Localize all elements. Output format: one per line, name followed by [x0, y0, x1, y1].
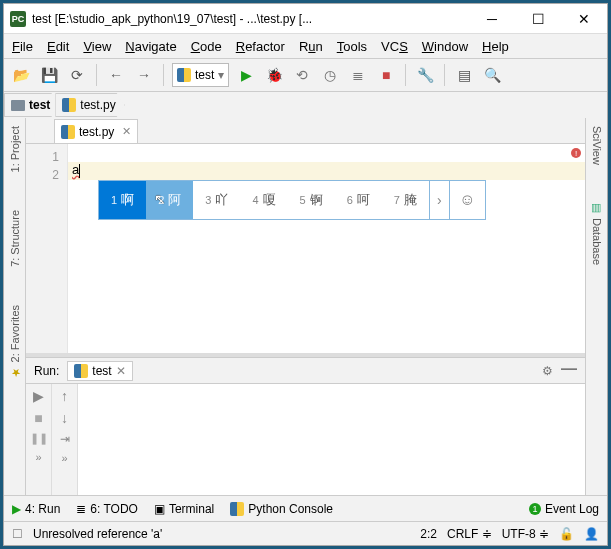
- python-icon: [230, 502, 244, 516]
- save-icon[interactable]: 💾: [38, 64, 60, 86]
- menu-refactor[interactable]: Refactor: [236, 39, 285, 54]
- error-indicator-icon[interactable]: !: [571, 148, 581, 158]
- maximize-button[interactable]: ☐: [515, 4, 561, 34]
- window-title: test [E:\studio_apk_python\19_07\test] -…: [32, 12, 469, 26]
- python-icon: [62, 98, 76, 112]
- menu-code[interactable]: Code: [191, 39, 222, 54]
- editor-tab-label: test.py: [79, 125, 114, 139]
- python-icon: [74, 364, 88, 378]
- menu-help[interactable]: Help: [482, 39, 509, 54]
- run-config-combo[interactable]: test ▾: [172, 63, 229, 87]
- folder-icon: [11, 100, 25, 111]
- ime-candidate-bar[interactable]: 1啊 ↖2阿 3吖 4嗄 5锕 6呵 7腌 › ☺: [98, 180, 486, 220]
- more-icon[interactable]: »: [35, 451, 41, 463]
- menu-tools[interactable]: Tools: [337, 39, 367, 54]
- sidebar-tab-structure[interactable]: 7: Structure: [7, 202, 23, 275]
- stop-icon[interactable]: ■: [375, 64, 397, 86]
- forward-icon[interactable]: →: [133, 64, 155, 86]
- ime-candidate[interactable]: 7腌: [382, 181, 429, 219]
- bottom-tab-todo[interactable]: ≣6: TODO: [76, 502, 138, 516]
- bottom-tab-pyconsole[interactable]: Python Console: [230, 502, 333, 516]
- run-panel-title: Run:: [34, 364, 59, 378]
- menu-vcs[interactable]: VCS: [381, 39, 408, 54]
- gear-icon[interactable]: ⚙: [542, 364, 553, 378]
- profile-icon[interactable]: ◷: [319, 64, 341, 86]
- run-config-label: test: [195, 68, 214, 82]
- hide-panel-icon[interactable]: —: [561, 360, 577, 382]
- breadcrumb-folder[interactable]: test: [4, 93, 59, 117]
- bottom-tab-terminal[interactable]: ▣Terminal: [154, 502, 214, 516]
- code-editor[interactable]: a ! 1啊 ↖2阿 3吖 4嗄 5锕 6呵 7腌 › ☺: [68, 144, 585, 353]
- code-text: a: [72, 162, 79, 177]
- rerun-icon[interactable]: ▶: [33, 388, 44, 404]
- close-icon[interactable]: ✕: [116, 364, 126, 378]
- ime-emoji-icon[interactable]: ☺: [449, 181, 485, 219]
- open-icon[interactable]: 📂: [10, 64, 32, 86]
- chevron-down-icon: ▾: [218, 68, 224, 82]
- caret-position[interactable]: 2:2: [420, 527, 437, 541]
- sidebar-tab-favorites[interactable]: ★2: Favorites: [6, 297, 23, 387]
- close-tab-icon[interactable]: ✕: [122, 125, 131, 138]
- breadcrumb-label: test: [29, 98, 50, 112]
- app-icon: PC: [10, 11, 26, 27]
- ime-next-icon[interactable]: ›: [429, 181, 449, 219]
- python-icon: [177, 68, 191, 82]
- sidebar-tab-sciview[interactable]: SciView: [589, 118, 605, 173]
- python-icon: [61, 125, 75, 139]
- settings-icon[interactable]: 🔧: [414, 64, 436, 86]
- search-icon[interactable]: 🔍: [481, 64, 503, 86]
- status-message: Unresolved reference 'a': [33, 527, 410, 541]
- back-icon[interactable]: ←: [105, 64, 127, 86]
- ime-candidate[interactable]: 1啊: [99, 181, 146, 219]
- minimize-button[interactable]: ─: [469, 4, 515, 34]
- bottom-tab-run[interactable]: ▶4: Run: [12, 502, 60, 516]
- sidebar-tab-project[interactable]: 1: Project: [7, 118, 23, 180]
- encoding[interactable]: UTF-8 ≑: [502, 527, 549, 541]
- coverage-icon[interactable]: ⟲: [291, 64, 313, 86]
- stop-icon[interactable]: ■: [34, 410, 42, 426]
- breadcrumb-label: test.py: [80, 98, 115, 112]
- menu-navigate[interactable]: Navigate: [125, 39, 176, 54]
- menu-window[interactable]: Window: [422, 39, 468, 54]
- debug-icon[interactable]: 🐞: [263, 64, 285, 86]
- status-icon[interactable]: ☐: [12, 527, 23, 541]
- ime-candidate[interactable]: 4嗄: [240, 181, 287, 219]
- structure-icon[interactable]: ▤: [453, 64, 475, 86]
- line-gutter: 1 2: [26, 144, 68, 353]
- bottom-tab-eventlog[interactable]: 1Event Log: [529, 502, 599, 516]
- breadcrumb-file[interactable]: test.py: [55, 93, 124, 117]
- ime-candidate[interactable]: 3吖: [193, 181, 240, 219]
- run-panel-tab[interactable]: test ✕: [67, 361, 132, 381]
- wrap-icon[interactable]: ⇥: [60, 432, 70, 446]
- lock-icon[interactable]: 🔓: [559, 527, 574, 541]
- line-separator[interactable]: CRLF ≑: [447, 527, 492, 541]
- menu-file[interactable]: File: [12, 39, 33, 54]
- ime-candidate[interactable]: ↖2阿: [146, 181, 193, 219]
- concurrency-icon[interactable]: ≣: [347, 64, 369, 86]
- run-output[interactable]: [78, 384, 585, 495]
- ime-candidate[interactable]: 5锕: [288, 181, 335, 219]
- pause-icon[interactable]: ❚❚: [30, 432, 48, 445]
- menu-bar: File Edit View Navigate Code Refactor Ru…: [4, 34, 607, 58]
- more-icon[interactable]: »: [61, 452, 67, 464]
- inspector-icon[interactable]: 👤: [584, 527, 599, 541]
- sync-icon[interactable]: ⟳: [66, 64, 88, 86]
- close-button[interactable]: ✕: [561, 4, 607, 34]
- up-icon[interactable]: ↑: [61, 388, 68, 404]
- menu-edit[interactable]: Edit: [47, 39, 69, 54]
- menu-view[interactable]: View: [83, 39, 111, 54]
- run-icon[interactable]: ▶: [235, 64, 257, 86]
- down-icon[interactable]: ↓: [61, 410, 68, 426]
- sidebar-tab-database[interactable]: ▥Database: [588, 193, 605, 273]
- editor-tab[interactable]: test.py ✕: [54, 119, 138, 143]
- ime-candidate[interactable]: 6呵: [335, 181, 382, 219]
- menu-run[interactable]: Run: [299, 39, 323, 54]
